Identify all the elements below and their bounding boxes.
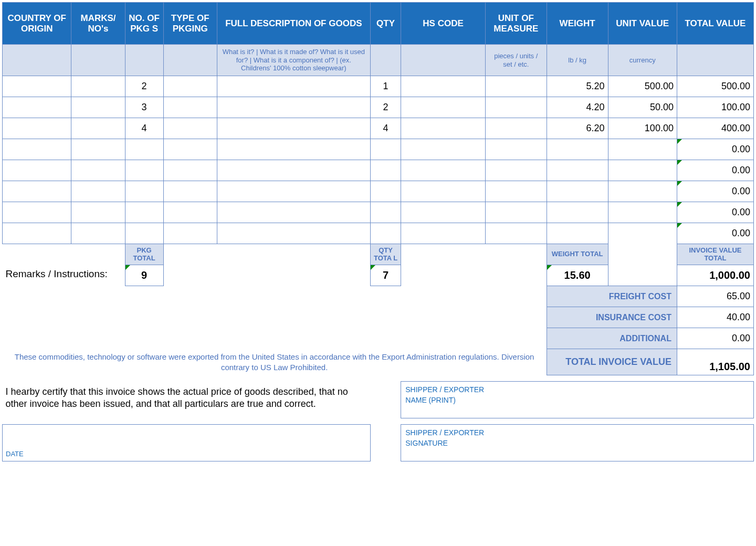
qty-total-label: QTY TOTA L (370, 244, 401, 265)
total-invoice-label: TOTAL INVOICE VALUE (547, 349, 677, 375)
additional-row: ADDITIONAL 0.00 (3, 328, 754, 349)
cell-uval[interactable]: 500.00 (608, 76, 677, 97)
invoice-value-total: 1,000.00 (677, 265, 753, 286)
cell-weight[interactable]: 5.20 (547, 76, 608, 97)
total-invoice-row: These commodities, technology or softwar… (3, 349, 754, 375)
qty-total: 7 (370, 265, 401, 286)
table-row[interactable]: 4 4 6.20 100.00 400.00 (3, 118, 754, 139)
certify-text: I hearby certify that this invoice shows… (3, 382, 371, 418)
shipper-name-l2: NAME (PRINT) (405, 395, 749, 406)
additional-value[interactable]: 0.00 (677, 328, 753, 349)
freight-label: FREIGHT COST (547, 286, 677, 307)
freight-value[interactable]: 65.00 (677, 286, 753, 307)
cell-tval[interactable]: 0.00 (677, 202, 753, 223)
hint-row: What is it? | What is it made of? What i… (3, 45, 754, 76)
pkg-total-label: PKG TOTAL (125, 244, 163, 265)
cell-tval[interactable]: 0.00 (677, 181, 753, 202)
cell-pkgs[interactable]: 4 (125, 118, 163, 139)
cell-tval[interactable]: 0.00 (677, 223, 753, 244)
col-pkgs: NO. OF PKG S (125, 3, 163, 45)
col-weight: WEIGHT (547, 3, 608, 45)
table-row[interactable]: 0.00 (3, 181, 754, 202)
invoice-value-total-label: INVOICE VALUE TOTAL (677, 244, 753, 265)
cell-tval[interactable]: 400.00 (677, 118, 753, 139)
col-uom: UNIT OF MEASURE (485, 3, 547, 45)
compliance-text: These commodities, technology or softwar… (3, 349, 547, 375)
hint-uom: pieces / units / set / etc. (485, 45, 547, 76)
col-country: COUNTRY OF ORIGIN (3, 3, 71, 45)
signature-row: DATE SHIPPER / EXPORTER SIGNATURE (3, 425, 754, 461)
table-row[interactable]: 3 2 4.20 50.00 100.00 (3, 97, 754, 118)
insurance-label: INSURANCE COST (547, 307, 677, 328)
col-pkging: TYPE OF PKGING (163, 3, 217, 45)
hint-weight: lb / kg (547, 45, 608, 76)
shipper-name-l1: SHIPPER / EXPORTER (405, 385, 749, 395)
shipper-name-box[interactable]: SHIPPER / EXPORTER NAME (PRINT) (401, 382, 754, 418)
date-box[interactable]: DATE (3, 425, 371, 461)
shipper-sig-l2: SIGNATURE (405, 438, 749, 449)
cell-tval[interactable]: 0.00 (677, 160, 753, 181)
col-tval: TOTAL VALUE (677, 3, 753, 45)
shipper-sig-l1: SHIPPER / EXPORTER (405, 428, 749, 438)
cell-pkgs[interactable]: 2 (125, 76, 163, 97)
table-row[interactable]: 0.00 (3, 223, 754, 244)
certify-row: I hearby certify that this invoice shows… (3, 382, 754, 418)
header-row: COUNTRY OF ORIGIN MARKS/ NO's NO. OF PKG… (3, 3, 754, 45)
col-hs: HS CODE (401, 3, 486, 45)
cell-qty[interactable]: 4 (370, 118, 401, 139)
cell-qty[interactable]: 2 (370, 97, 401, 118)
total-invoice-value: 1,105.00 (677, 349, 753, 375)
col-marks: MARKS/ NO's (71, 3, 125, 45)
remarks-label: Remarks / Instructions: (3, 265, 125, 307)
col-desc: FULL DESCRIPTION OF GOODS (217, 3, 370, 45)
cell-tval[interactable]: 500.00 (677, 76, 753, 97)
insurance-row: INSURANCE COST 40.00 (3, 307, 754, 328)
cell-tval[interactable]: 100.00 (677, 97, 753, 118)
table-row[interactable]: 2 1 5.20 500.00 500.00 (3, 76, 754, 97)
cell-uval[interactable]: 100.00 (608, 118, 677, 139)
hint-uval: currency (608, 45, 677, 76)
pkg-total: 9 (125, 265, 163, 286)
table-row[interactable]: 0.00 (3, 160, 754, 181)
weight-total-label: WEIGHT TOTAL (547, 244, 608, 265)
invoice-table: COUNTRY OF ORIGIN MARKS/ NO's NO. OF PKG… (2, 2, 754, 461)
cell-weight[interactable]: 6.20 (547, 118, 608, 139)
insurance-value[interactable]: 40.00 (677, 307, 753, 328)
weight-total: 15.60 (547, 265, 608, 286)
additional-label: ADDITIONAL (547, 328, 677, 349)
cell-weight[interactable]: 4.20 (547, 97, 608, 118)
cell-uval[interactable]: 50.00 (608, 97, 677, 118)
table-row[interactable]: 0.00 (3, 202, 754, 223)
cell-pkgs[interactable]: 3 (125, 97, 163, 118)
cell-qty[interactable]: 1 (370, 76, 401, 97)
date-label: DATE (6, 450, 24, 458)
col-uval: UNIT VALUE (608, 3, 677, 45)
cell-tval[interactable]: 0.00 (677, 139, 753, 160)
hint-desc: What is it? | What is it made of? What i… (217, 45, 370, 76)
shipper-signature-box[interactable]: SHIPPER / EXPORTER SIGNATURE (401, 425, 754, 461)
table-row[interactable]: 0.00 (3, 139, 754, 160)
col-qty: QTY (370, 3, 401, 45)
